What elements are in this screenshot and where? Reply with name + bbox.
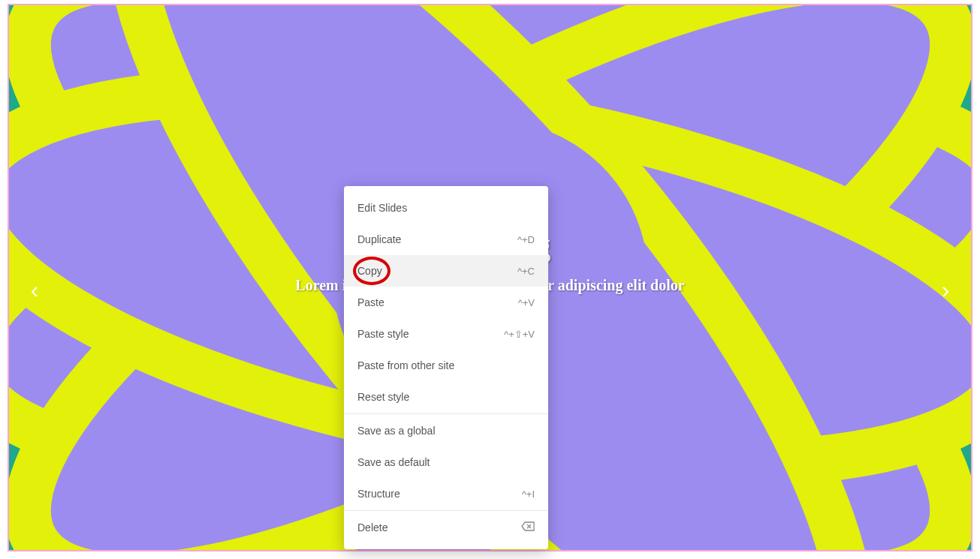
- menu-item-save-as-a-global[interactable]: Save as a global: [344, 415, 548, 446]
- menu-item-shortcut: ^+V: [518, 297, 535, 308]
- menu-item-label: Duplicate: [357, 233, 401, 245]
- menu-item-label: Save as default: [357, 456, 430, 468]
- menu-item-label: Copy: [357, 265, 382, 277]
- menu-item-edit-slides[interactable]: Edit Slides: [344, 192, 548, 224]
- menu-item-label: Paste: [357, 296, 384, 308]
- menu-separator: [344, 413, 548, 414]
- menu-item-reset-style[interactable]: Reset style: [344, 381, 548, 413]
- menu-item-shortcut: ^+C: [517, 266, 535, 277]
- menu-item-label: Paste style: [357, 328, 409, 340]
- menu-item-paste-from-other-site[interactable]: Paste from other site: [344, 350, 548, 381]
- menu-item-label: Paste from other site: [357, 359, 454, 371]
- carousel-prev-button[interactable]: ‹: [23, 272, 47, 308]
- chevron-left-icon: ‹: [31, 276, 39, 304]
- menu-item-structure[interactable]: Structure^+I: [344, 478, 548, 509]
- menu-item-copy[interactable]: Copy^+C: [344, 255, 548, 287]
- menu-item-duplicate[interactable]: Duplicate^+D: [344, 224, 548, 255]
- menu-item-shortcut: ^+⇧+V: [504, 329, 535, 340]
- menu-separator: [344, 510, 548, 511]
- menu-item-paste-style[interactable]: Paste style^+⇧+V: [344, 318, 548, 350]
- menu-item-label: Save as a global: [357, 425, 436, 437]
- menu-item-label: Edit Slides: [357, 202, 407, 214]
- menu-item-label: Delete: [357, 521, 387, 533]
- menu-item-label: Structure: [357, 488, 400, 500]
- delete-icon: [521, 521, 535, 533]
- carousel-next-button[interactable]: ›: [933, 272, 957, 308]
- chevron-right-icon: ›: [942, 276, 950, 304]
- menu-item-shortcut: ^+D: [517, 234, 535, 245]
- menu-item-shortcut: ^+I: [522, 488, 535, 500]
- menu-item-save-as-default[interactable]: Save as default: [344, 446, 548, 478]
- menu-item-paste[interactable]: Paste^+V: [344, 287, 548, 318]
- menu-item-label: Reset style: [357, 391, 409, 403]
- context-menu: Edit SlidesDuplicate^+DCopy^+CPaste^+VPa…: [344, 186, 548, 549]
- menu-item-delete[interactable]: Delete: [344, 512, 548, 543]
